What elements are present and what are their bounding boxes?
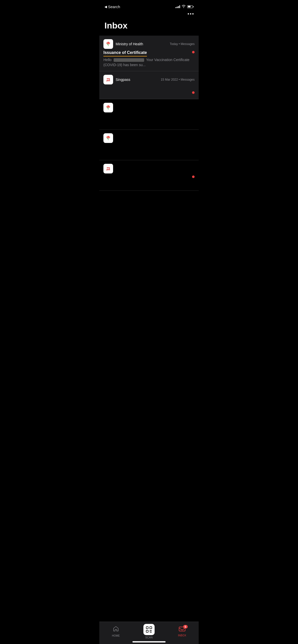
moh-date-text: Today	[170, 42, 178, 46]
extra-message-item-1[interactable]	[99, 99, 199, 130]
singpass-category-text: Messages	[181, 78, 195, 81]
more-options-row	[99, 11, 199, 17]
battery-icon	[187, 5, 194, 8]
singpass-app-icon: sing pass	[103, 75, 113, 84]
status-indicators	[175, 5, 194, 9]
extra-icon-1	[103, 103, 113, 112]
message-item-singpass[interactable]: sing pass Singpass 15 Mar 2022 • Message…	[99, 71, 199, 99]
moh-message-preview: Hello Your Vaccination Certificate (COVI…	[103, 57, 190, 67]
moh-app-icon	[103, 39, 113, 49]
back-chevron-icon: ◀	[104, 5, 107, 9]
extra-message-item-3[interactable]: sing pass	[99, 160, 199, 191]
moh-sender-name: Ministry of Health	[116, 42, 143, 46]
singpass-date-text: 15 Mar 2022	[161, 78, 178, 81]
dot-2	[190, 13, 191, 14]
message-header-singpass: sing pass Singpass 15 Mar 2022 • Message…	[103, 75, 195, 84]
redacted-name	[114, 58, 144, 62]
tab-bar-spacer	[99, 191, 199, 216]
singpass-logo-2: sing pass	[106, 167, 110, 170]
singpass-message-date: 15 Mar 2022 • Messages	[161, 78, 195, 81]
moh-message-date: Today • Messages	[170, 42, 195, 46]
extra-items-section: sing pass	[99, 99, 199, 191]
wifi-icon	[182, 5, 186, 9]
message-item-moh[interactable]: Ministry of Health Today • Messages Issu…	[99, 36, 199, 71]
singpass-sender-name: Singpass	[116, 78, 130, 82]
status-bar: ◀ Search	[99, 0, 199, 11]
extra-unread-dot-3	[192, 175, 195, 178]
moh-unread-dot	[192, 51, 195, 53]
back-label: Search	[108, 5, 120, 9]
message-header-moh: Ministry of Health Today • Messages	[103, 39, 195, 49]
dot-1	[188, 13, 189, 14]
moh-message-subject: Issuance of Certificate	[103, 50, 147, 56]
page-title: Inbox	[99, 17, 199, 36]
extra-icon-2	[103, 133, 113, 143]
sender-info-singpass: sing pass Singpass	[103, 75, 130, 84]
extra-message-item-2[interactable]	[99, 130, 199, 160]
signal-icon	[175, 5, 180, 8]
singpass-logo: sing pass	[106, 78, 110, 81]
sender-info-moh: Ministry of Health	[103, 39, 143, 49]
moh-category-text: Messages	[181, 42, 195, 46]
back-navigation[interactable]: ◀ Search	[104, 5, 120, 9]
more-options-button[interactable]	[188, 13, 194, 14]
extra-icon-3: sing pass	[103, 164, 113, 173]
singpass-unread-dot	[192, 91, 195, 94]
messages-section: Ministry of Health Today • Messages Issu…	[99, 36, 199, 99]
dot-3	[192, 13, 194, 14]
